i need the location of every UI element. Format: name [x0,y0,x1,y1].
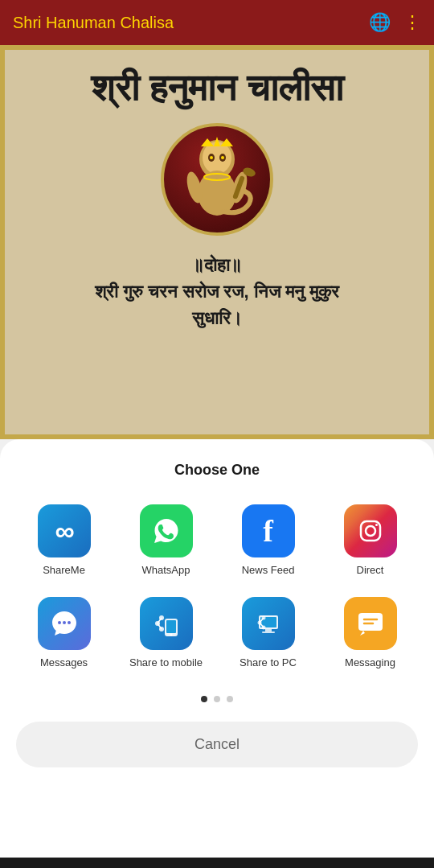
doha-line1: ॥दोहा॥ [95,252,339,278]
svg-point-4 [210,156,213,159]
share-item-messaging[interactable]: Messaging [322,590,418,677]
svg-point-13 [366,526,375,536]
sharetomobile-icon [140,597,193,650]
sharetopc-icon [242,597,295,650]
svg-point-15 [58,621,61,624]
whatsapp-label: WhatsApp [142,564,190,578]
share-item-direct[interactable]: Direct [322,498,418,584]
direct-label: Direct [357,564,384,578]
svg-rect-19 [166,620,176,633]
svg-rect-28 [265,629,272,631]
dot-3 [227,696,233,702]
svg-point-14 [375,524,378,526]
dot-2 [214,696,220,702]
sharetomobile-label: Share to mobile [129,656,203,670]
deity-image [161,123,273,236]
svg-rect-29 [262,631,275,633]
main-content: श्री हनुमान चालीसा [0,45,434,439]
app-header: Shri Hanuman Chalisa 🌐 ⋮ [0,0,434,45]
share-item-newsfeed[interactable]: f News Feed [220,498,316,584]
sharetopc-label: Share to PC [240,656,297,670]
share-item-messages[interactable]: Messages [16,590,112,677]
svg-rect-35 [358,613,383,631]
choose-one-title: Choose One [16,462,418,479]
svg-point-16 [63,621,66,624]
svg-point-5 [221,156,224,159]
nav-bar: ■ ● ◀ [0,858,434,868]
app-title: Shri Hanuman Chalisa [13,14,174,32]
share-item-sharetopc[interactable]: Share to PC [220,590,316,677]
messaging-label: Messaging [345,656,395,670]
header-icons: 🌐 ⋮ [369,12,421,33]
main-title: श्री हनुमान चालीसा [91,66,343,110]
direct-icon [344,504,397,557]
share-grid: ∞ ShareMe WhatsApp f News Feed [16,498,418,677]
messaging-icon [344,597,397,650]
doha-text: ॥दोहा॥ श्री गुरु चरन सरोज रज, निज मनु मु… [95,252,339,331]
dot-1 [201,696,207,702]
svg-point-17 [68,621,71,624]
globe-icon[interactable]: 🌐 [369,12,391,33]
share-item-shareme[interactable]: ∞ ShareMe [16,498,112,584]
bottom-sheet: Choose One ∞ ShareMe WhatsApp f News [0,439,434,858]
share-item-sharetomobile[interactable]: Share to mobile [118,590,214,677]
doha-line2: श्री गुरु चरन सरोज रज, निज मनु मुकुर [95,278,339,305]
messages-icon [38,597,91,650]
svg-point-20 [170,633,172,636]
share-item-whatsapp[interactable]: WhatsApp [118,498,214,584]
messages-label: Messages [40,656,88,670]
shareme-icon: ∞ [38,504,91,557]
more-options-icon[interactable]: ⋮ [403,12,421,33]
cancel-button[interactable]: Cancel [16,722,418,767]
pagination-dots [16,696,418,702]
whatsapp-icon [140,504,193,557]
newsfeed-icon: f [242,504,295,557]
newsfeed-label: News Feed [242,564,295,578]
doha-line3: सुधारि। [95,305,339,331]
shareme-label: ShareMe [43,564,85,578]
